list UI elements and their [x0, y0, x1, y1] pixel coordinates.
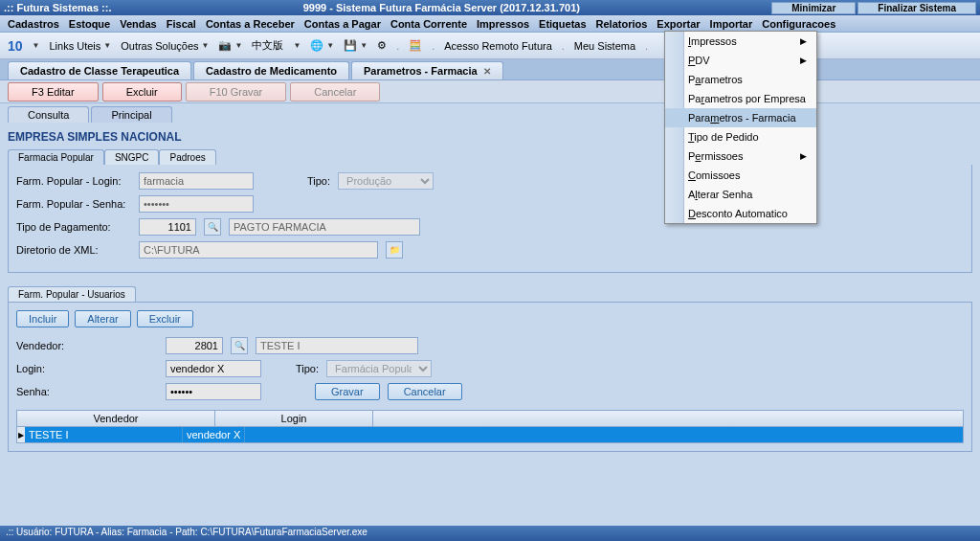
dropdown-item-label: Parametros por Empresa [688, 93, 806, 104]
grid-header-vendedor[interactable]: Vendedor [17, 411, 215, 426]
submenu-arrow-icon: ▶ [800, 151, 807, 161]
senha-input[interactable] [139, 195, 254, 213]
status-bar: .:: Usuário: FUTURA - Alias: Farmacia - … [0, 526, 980, 541]
tab-cadastro-medicamento[interactable]: Cadastro de Medicamento [193, 61, 349, 79]
user-tipo-select[interactable]: Farmácia Popular [326, 360, 432, 377]
tipo-select[interactable]: Produção [338, 172, 434, 190]
toolbar-links-uteis-label: Links Uteis [50, 40, 101, 52]
menu-contas-pagar[interactable]: Contas a Pagar [301, 16, 385, 32]
dropdown-arrow-icon[interactable]: ▼ [33, 41, 40, 50]
grid-cell-vendedor: TESTE I [25, 427, 183, 442]
dropdown-item[interactable]: Comissoes [665, 166, 816, 185]
folder-button[interactable]: 📁 [386, 241, 403, 259]
vendedor-lookup-button[interactable]: 🔍 [231, 337, 248, 354]
submenu-arrow-icon: ▶ [800, 56, 807, 65]
excluir-user-button[interactable]: Excluir [137, 310, 193, 327]
editar-button[interactable]: F3 Editar [8, 82, 99, 101]
user-cancelar-button[interactable]: Cancelar [388, 383, 462, 400]
dropdown-item-label: Parametros [688, 74, 743, 85]
sub-tabs: Farmacia Popular SNGPC Padroes [8, 149, 972, 165]
excluir-button[interactable]: Excluir [102, 82, 182, 101]
tipo-label: Tipo: [307, 175, 330, 187]
menu-cadastros[interactable]: Cadastros [4, 16, 63, 32]
toolbar-acesso-remoto[interactable]: Acesso Remoto Futura [444, 40, 552, 52]
lookup-button[interactable]: 🔍 [204, 218, 221, 236]
dropdown-item[interactable]: Parametros - Farmacia [665, 108, 816, 127]
menu-estoque[interactable]: Estoque [65, 16, 114, 32]
menu-contas-receber[interactable]: Contas a Receber [202, 16, 299, 32]
tab-classe-terapeutica[interactable]: Cadastro de Classe Terapeutica [8, 61, 191, 79]
dropdown-item[interactable]: Parametros por Empresa [665, 89, 816, 108]
toolbar-meu-sistema[interactable]: Meu Sistema [574, 40, 635, 52]
toolbar-globe-icon[interactable]: 🌐 ▼ [310, 39, 334, 52]
innertab-consulta[interactable]: Consulta [8, 106, 89, 123]
close-button[interactable]: Finalizar Sistema [858, 2, 976, 14]
toolbar-lang-label: 中文版 [252, 38, 283, 53]
login-input[interactable] [139, 172, 254, 190]
tab-parametros-farmacia[interactable]: Parametros - Farmacia✕ [351, 61, 503, 79]
dropdown-item[interactable]: Impressos▶ [665, 32, 816, 51]
dropdown-item[interactable]: Permissoes▶ [665, 147, 816, 166]
dropdown-item[interactable]: Parametros [665, 70, 816, 89]
content-area: EMPRESA SIMPLES NACIONAL Farmacia Popula… [0, 123, 980, 526]
dropdown-item-label: Parametros - Farmacia [688, 112, 796, 124]
menu-impressos[interactable]: Impressos [473, 16, 533, 32]
dropdown-item[interactable]: Tipo de Pedido [665, 127, 816, 147]
minimize-button[interactable]: Minimizar [771, 2, 856, 14]
tab-strip: Cadastro de Classe Terapeutica Cadastro … [0, 59, 980, 80]
menu-exportar[interactable]: Exportar [653, 16, 703, 32]
toolbar-camera-icon[interactable]: 📷 ▼ [218, 39, 242, 52]
user-senha-input[interactable] [166, 383, 261, 400]
chevron-down-icon: ▼ [360, 41, 368, 50]
menu-importar[interactable]: Importar [706, 16, 757, 32]
inner-tabs: Consulta Principal [0, 103, 980, 123]
vendedor-label: Vendedor: [16, 340, 83, 351]
menu-relatorios[interactable]: Relatorios [592, 16, 652, 32]
cancelar-button[interactable]: Cancelar [290, 82, 380, 101]
subtab-padroes[interactable]: Padroes [159, 149, 215, 165]
title-bar: .:: Futura Sistemas ::. 9999 - Sistema F… [0, 0, 980, 15]
dropdown-item[interactable]: Alterar Senha [665, 185, 816, 204]
toolbar-calc-icon[interactable]: 🧮 [409, 39, 422, 52]
subtab-sngpc[interactable]: SNGPC [104, 149, 160, 165]
menu-vendas[interactable]: Vendas [116, 16, 161, 32]
user-tipo-label: Tipo: [296, 363, 319, 374]
alterar-button[interactable]: Alterar [75, 310, 130, 327]
dropdown-item-label: Desconto Automatico [688, 208, 788, 219]
user-login-label: Login: [16, 363, 83, 374]
grid-row[interactable]: ▶ TESTE I vendedor X [17, 427, 963, 442]
dropdown-item[interactable]: Desconto Automatico [665, 204, 816, 223]
pagamento-label: Tipo de Pagamento: [16, 221, 131, 233]
senha-label: Farm. Popular - Senha: [16, 198, 131, 210]
dropdown-item-label: PDV [688, 55, 710, 66]
window-title: 9999 - Sistema Futura Farmácia Server (2… [111, 2, 771, 13]
menu-conta-corrente[interactable]: Conta Corrente [387, 16, 471, 32]
menu-fiscal[interactable]: Fiscal [163, 16, 200, 32]
users-section: Farm. Popular - Usuarios Incluir Alterar… [8, 286, 972, 452]
user-login-input[interactable] [166, 360, 261, 377]
vendedor-name-input [256, 337, 418, 354]
form-area: Farm. Popular - Login: Tipo: Produção Fa… [8, 165, 972, 273]
gravar-button[interactable]: F10 Gravar [186, 82, 287, 101]
chevron-down-icon: ▼ [202, 41, 210, 50]
menu-etiquetas[interactable]: Etiquetas [535, 16, 590, 32]
pagamento-code-input[interactable] [139, 218, 196, 236]
toolbar-outras-solucoes[interactable]: Outras Soluções ▼ [121, 40, 209, 52]
innertab-principal[interactable]: Principal [91, 106, 171, 123]
subtab-farmacia-popular[interactable]: Farmacia Popular [8, 149, 104, 165]
vendedor-code-input[interactable] [166, 337, 223, 354]
chevron-down-icon: ▼ [234, 41, 242, 50]
toolbar-save-icon[interactable]: 💾 ▼ [344, 39, 368, 52]
xml-input[interactable] [139, 241, 378, 259]
dropdown-item[interactable]: PDV▶ [665, 51, 816, 70]
chevron-down-icon[interactable]: ▼ [293, 41, 301, 50]
incluir-button[interactable]: Incluir [16, 310, 69, 327]
close-icon[interactable]: ✕ [483, 66, 491, 77]
toolbar-language[interactable]: 中文版 [252, 38, 283, 53]
toolbar-gear-icon[interactable]: ⚙ [377, 39, 387, 52]
configuracoes-dropdown: Impressos▶PDV▶ParametrosParametros por E… [664, 31, 817, 224]
grid-header-login[interactable]: Login [215, 411, 373, 426]
toolbar-links-uteis[interactable]: Links Uteis ▼ [50, 40, 112, 52]
menu-configuracoes[interactable]: Configuracoes [758, 16, 839, 32]
user-gravar-button[interactable]: Gravar [315, 383, 380, 400]
